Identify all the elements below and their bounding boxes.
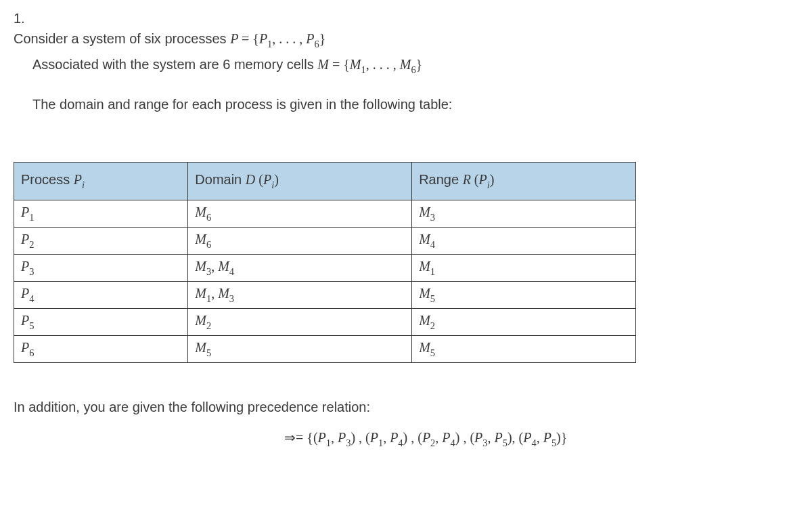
- table-header-row: Process Pi Domain D (Pi) Range R (Pi): [14, 163, 636, 200]
- cell-process: P1: [14, 200, 188, 228]
- table-row: P2 M6 M4: [14, 228, 636, 255]
- footer-text: In addition, you are given the following…: [14, 397, 798, 417]
- cell-process: P5: [14, 309, 188, 336]
- cell-range: M1: [412, 255, 636, 282]
- cell-domain: M1, M3: [188, 282, 412, 309]
- problem-line-2-math: M = {M1, . . . , M6}: [317, 57, 422, 72]
- cell-domain: M3, M4: [188, 255, 412, 282]
- precedence-relation: ⇒= {(P1, P3) , (P1, P4) , (P2, P4) , (P3…: [14, 429, 798, 448]
- table-row: P3 M3, M4 M1: [14, 255, 636, 282]
- problem-line-2: Associated with the system are 6 memory …: [32, 54, 798, 77]
- cell-process: P2: [14, 228, 188, 255]
- cell-process: P4: [14, 282, 188, 309]
- table-row: P6 M5 M5: [14, 336, 636, 363]
- table-row: P1 M6 M3: [14, 200, 636, 228]
- problem-number: 1.: [14, 8, 32, 28]
- header-domain: Domain D (Pi): [188, 163, 412, 200]
- header-process: Process Pi: [14, 163, 188, 200]
- problem-line-1-math: P = {P1, . . . , P6}: [230, 31, 325, 46]
- cell-domain: M6: [188, 200, 412, 228]
- problem-line-2-text: Associated with the system are 6 memory …: [32, 57, 317, 72]
- table-row: P4 M1, M3 M5: [14, 282, 636, 309]
- problem-block: 1. Consider a system of six processes P …: [14, 8, 798, 114]
- cell-range: M5: [412, 282, 636, 309]
- cell-domain: M5: [188, 336, 412, 363]
- problem-line-1-text: Consider a system of six processes: [14, 31, 230, 46]
- cell-range: M2: [412, 309, 636, 336]
- table-row: P5 M2 M2: [14, 309, 636, 336]
- cell-range: M5: [412, 336, 636, 363]
- cell-range: M3: [412, 200, 636, 228]
- cell-process: P6: [14, 336, 188, 363]
- header-range: Range R (Pi): [412, 163, 636, 200]
- problem-line-1: 1. Consider a system of six processes P …: [14, 8, 798, 51]
- cell-process: P3: [14, 255, 188, 282]
- cell-domain: M6: [188, 228, 412, 255]
- problem-line-3: The domain and range for each process is…: [32, 94, 798, 114]
- cell-domain: M2: [188, 309, 412, 336]
- cell-range: M4: [412, 228, 636, 255]
- process-table: Process Pi Domain D (Pi) Range R (Pi) P1…: [14, 162, 636, 363]
